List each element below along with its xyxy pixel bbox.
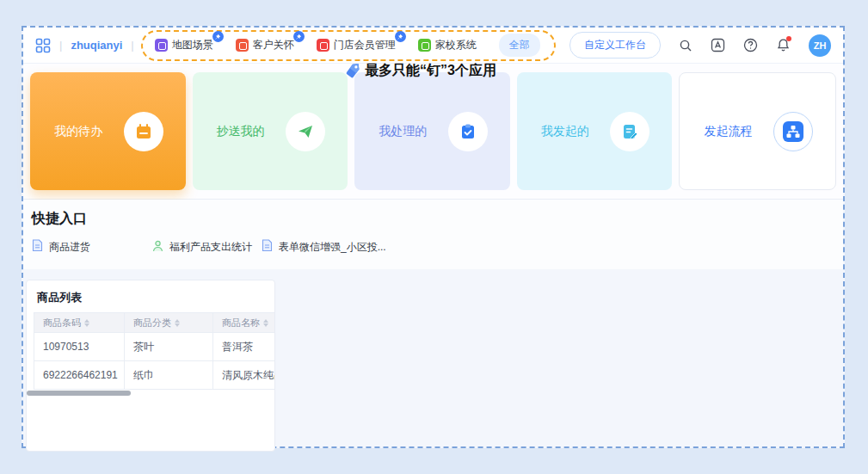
map-scene-app-icon: [155, 39, 168, 52]
school-app-icon: [418, 39, 431, 52]
customer-care-app-icon: [236, 39, 249, 52]
horizontal-scrollbar: [27, 391, 274, 396]
product-list-title: 商品列表: [27, 280, 274, 312]
table-row[interactable]: 6922266462191 纸巾 清风原木纯品: [34, 361, 275, 390]
table-area: 商品列表 商品条码: [23, 269, 843, 452]
column-header-label: 商品名称: [222, 317, 260, 329]
column-header-label: 商品条码: [43, 317, 81, 329]
pin-badge-icon: [212, 31, 224, 42]
table-header-row: 商品条码 商品分类: [34, 313, 275, 333]
pin-badge-icon: [293, 31, 305, 42]
card-my-todo[interactable]: 我的待办: [30, 72, 186, 190]
cell-name: 清风原木纯品: [213, 361, 275, 390]
tab-label: 门店会员管理: [334, 38, 396, 52]
column-header-category[interactable]: 商品分类: [125, 313, 213, 333]
apps-grid-icon[interactable]: [35, 38, 51, 53]
card-label: 抄送我的: [217, 124, 265, 139]
quick-link-form-wechat[interactable]: 表单微信增强_小区投...: [262, 239, 386, 255]
initiated-doc-edit-icon: [610, 112, 649, 151]
horizontal-scrollbar-thumb[interactable]: [27, 391, 131, 396]
quick-access-title: 快捷入口: [32, 210, 834, 228]
quick-link-label: 福利产品支出统计: [169, 240, 252, 255]
sort-icon[interactable]: [263, 319, 268, 327]
cell-barcode: 6922266462191: [34, 361, 125, 390]
quick-link-goods-purchase[interactable]: 商品进货: [32, 239, 152, 255]
tab-school-system[interactable]: 家校系统: [418, 38, 477, 52]
tab-label: 家校系统: [435, 38, 477, 52]
sort-icon[interactable]: [175, 319, 180, 327]
workspace-name[interactable]: zhuqianyi: [71, 39, 122, 52]
cell-category: 纸巾: [125, 361, 213, 390]
product-table: 商品条码 商品分类: [34, 312, 274, 390]
store-member-app-icon: [317, 39, 329, 52]
tab-all-apps[interactable]: 全部: [499, 34, 540, 57]
pin-badge-icon: [395, 31, 406, 42]
cell-name: 普洱茶: [213, 333, 275, 361]
avatar[interactable]: ZH: [809, 34, 831, 57]
column-header-barcode[interactable]: 商品条码: [34, 313, 125, 333]
customize-workbench-button[interactable]: 自定义工作台: [569, 32, 661, 58]
header-right: 自定义工作台: [569, 32, 831, 58]
start-process-flow-icon: [773, 112, 813, 151]
column-header-label: 商品分类: [133, 317, 171, 329]
table-row[interactable]: 10970513 茶叶 普洱茶: [34, 333, 275, 361]
document-icon: [32, 239, 43, 255]
card-initiated-by-me[interactable]: 我发起的: [517, 72, 673, 190]
help-icon[interactable]: [743, 38, 758, 52]
top-navigation-bar: | zhuqianyi | 地图场景 客户关怀 门店会员管理: [23, 28, 843, 64]
pinned-apps-zone: 地图场景 客户关怀 门店会员管理 家校系: [141, 30, 556, 61]
workbench-window: | zhuqianyi | 地图场景 客户关怀 门店会员管理: [22, 26, 845, 448]
cards-row: 我的待办 抄送我的: [30, 72, 836, 190]
handled-clipboard-icon: [448, 112, 488, 151]
cell-category: 茶叶: [125, 333, 213, 361]
search-icon[interactable]: [679, 39, 693, 52]
tab-label: 客户关怀: [253, 38, 294, 52]
header-left: | zhuqianyi |: [35, 38, 134, 53]
translate-icon[interactable]: [711, 38, 725, 52]
cell-barcode: 10970513: [34, 333, 125, 361]
tab-map-scene[interactable]: 地图场景: [155, 38, 213, 52]
card-label: 我处理的: [379, 124, 427, 139]
quick-access-section: 快捷入口 商品进货 福利产品支出统计: [23, 200, 843, 269]
notification-bell-icon[interactable]: [776, 38, 791, 52]
card-start-process[interactable]: 发起流程: [679, 72, 836, 190]
header-divider: |: [131, 39, 133, 52]
person-icon: [152, 240, 163, 255]
quick-link-welfare-stats[interactable]: 福利产品支出统计: [152, 240, 262, 255]
todo-calendar-icon: [124, 112, 163, 151]
quick-link-label: 表单微信增强_小区投...: [279, 240, 386, 255]
column-header-name[interactable]: 商品名称: [213, 313, 275, 333]
sort-icon[interactable]: [84, 319, 89, 327]
cc-paper-plane-icon: [286, 112, 325, 151]
tab-label: 地图场景: [172, 38, 213, 52]
workflow-cards-section: 我的待办 抄送我的: [23, 64, 843, 200]
header-divider: |: [59, 39, 62, 52]
card-handled-by-me[interactable]: 我处理的: [354, 72, 510, 190]
quick-links-row: 商品进货 福利产品支出统计 表单微信增强_小区投: [32, 239, 834, 255]
card-label: 我的待办: [54, 124, 102, 139]
document-icon: [262, 239, 273, 255]
tab-store-member[interactable]: 门店会员管理: [317, 38, 396, 52]
tab-customer-care[interactable]: 客户关怀: [236, 38, 294, 52]
table-viewport: 商品条码 商品分类: [34, 312, 274, 390]
card-label: 我发起的: [541, 124, 589, 139]
quick-link-label: 商品进货: [49, 240, 90, 255]
product-list-card: 商品列表 商品条码: [26, 280, 275, 452]
card-cc-to-me[interactable]: 抄送我的: [193, 72, 348, 190]
notification-dot: [786, 36, 791, 41]
card-label: 发起流程: [704, 124, 752, 139]
